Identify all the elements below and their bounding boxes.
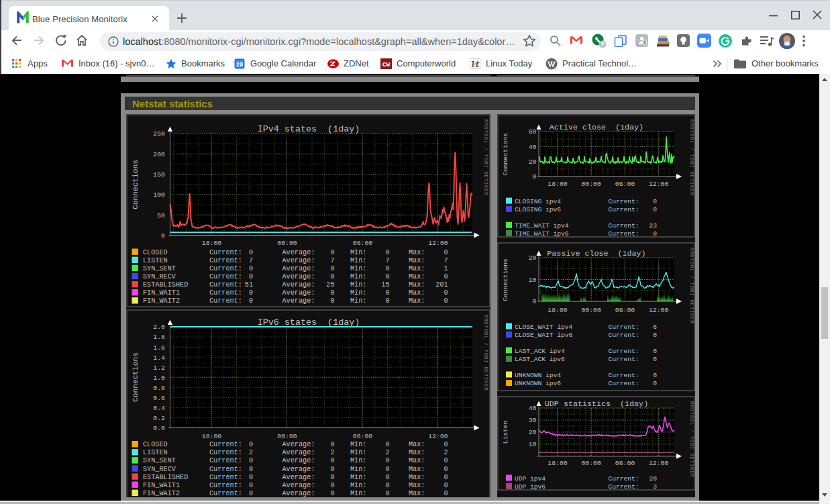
svg-text:12:00: 12:00 xyxy=(428,240,448,247)
svg-text:Current:: Current: xyxy=(209,482,242,489)
svg-text:23: 23 xyxy=(649,222,657,230)
svg-text:0.6: 0.6 xyxy=(153,395,165,402)
svg-text:CW: CW xyxy=(382,61,391,68)
svg-text:ESTABLISHED: ESTABLISHED xyxy=(143,474,188,481)
svg-text:00:00: 00:00 xyxy=(581,307,601,314)
svg-text:0: 0 xyxy=(653,198,657,205)
svg-text:Min:: Min: xyxy=(350,257,366,264)
svg-text:06:00: 06:00 xyxy=(353,240,373,247)
svg-text:0: 0 xyxy=(653,380,657,387)
svg-text:0: 0 xyxy=(385,474,389,481)
svg-text:12:00: 12:00 xyxy=(649,181,669,188)
svg-text:FIN_WAIT1: FIN_WAIT1 xyxy=(143,289,180,297)
svg-text:UDP ipv6: UDP ipv6 xyxy=(515,483,546,491)
svg-text:0.4: 0.4 xyxy=(153,405,165,412)
svg-text:0: 0 xyxy=(444,297,448,305)
svg-text:Connections: Connections xyxy=(132,160,140,209)
svg-text:Min:: Min: xyxy=(350,441,366,448)
svg-text:Current:: Current: xyxy=(209,257,242,264)
svg-text:FIN_WAIT2: FIN_WAIT2 xyxy=(143,490,180,497)
svg-text:Current:: Current: xyxy=(608,380,639,387)
svg-text:12:00: 12:00 xyxy=(428,433,448,440)
svg-text:20: 20 xyxy=(529,254,537,262)
svg-text:LAST_ACK ipv4: LAST_ACK ipv4 xyxy=(515,348,565,355)
svg-text:SYN_RECV: SYN_RECV xyxy=(143,466,176,473)
svg-text:Max:: Max: xyxy=(409,441,425,448)
svg-text:40: 40 xyxy=(529,405,537,412)
svg-text:0: 0 xyxy=(330,474,334,481)
svg-text:40: 40 xyxy=(529,144,537,151)
svg-text:Average:: Average: xyxy=(282,449,315,456)
svg-text:CLOSING ipv4: CLOSING ipv4 xyxy=(515,198,561,205)
svg-text:1.0: 1.0 xyxy=(153,374,165,382)
svg-text:SYN_SENT: SYN_SENT xyxy=(143,265,176,272)
svg-text:0: 0 xyxy=(330,249,334,256)
svg-text:Current:: Current: xyxy=(608,323,639,331)
svg-text:LISTEN: LISTEN xyxy=(143,257,168,264)
svg-text:Max:: Max: xyxy=(409,474,425,481)
svg-text:15: 15 xyxy=(381,281,389,289)
svg-text:Current:: Current: xyxy=(608,356,639,363)
svg-text:Current:: Current: xyxy=(209,297,242,305)
svg-text:1.4: 1.4 xyxy=(153,354,165,362)
svg-text:0: 0 xyxy=(385,273,389,281)
svg-text:0: 0 xyxy=(330,273,334,281)
svg-text:Min:: Min: xyxy=(350,466,366,473)
svg-text:18:00: 18:00 xyxy=(202,240,222,247)
svg-text:Current:: Current: xyxy=(608,206,639,213)
svg-text:0.2: 0.2 xyxy=(153,415,165,422)
svg-text:51: 51 xyxy=(245,281,253,289)
svg-text:0: 0 xyxy=(330,297,334,305)
svg-text:LISTEN: LISTEN xyxy=(143,449,168,456)
svg-text:0: 0 xyxy=(533,173,537,181)
svg-text:10: 10 xyxy=(529,441,537,448)
svg-text:RRDTOOL / TOBI OETIKER: RRDTOOL / TOBI OETIKER xyxy=(689,248,694,323)
svg-text:Max:: Max: xyxy=(409,297,425,305)
svg-text:0: 0 xyxy=(444,273,448,281)
svg-text:2.0: 2.0 xyxy=(153,323,165,331)
svg-text:SYN_RECV: SYN_RECV xyxy=(143,273,176,281)
svg-text:3: 3 xyxy=(653,483,657,491)
svg-text:Max:: Max: xyxy=(409,482,425,489)
svg-text:Average:: Average: xyxy=(282,257,315,264)
svg-text:250: 250 xyxy=(153,130,165,138)
svg-text:CLOSE_WAIT ipv4: CLOSE_WAIT ipv4 xyxy=(515,323,573,331)
svg-text:Current:: Current: xyxy=(209,490,242,497)
svg-text:Connections: Connections xyxy=(502,133,509,175)
svg-text:0: 0 xyxy=(385,265,389,272)
svg-text:UNKNOWN ipv4: UNKNOWN ipv4 xyxy=(515,372,561,379)
svg-text:1.6: 1.6 xyxy=(153,344,165,352)
svg-text:UDP statistics (1day): UDP statistics (1day) xyxy=(545,399,648,409)
svg-text:06:00: 06:00 xyxy=(353,433,373,440)
svg-text:0: 0 xyxy=(653,372,657,379)
svg-text:Min:: Min: xyxy=(350,482,366,489)
svg-text:Current:: Current: xyxy=(608,475,639,483)
svg-text:Min:: Min: xyxy=(350,249,366,256)
svg-text:1: 1 xyxy=(444,265,448,272)
svg-text:Min:: Min: xyxy=(350,281,366,289)
svg-text:18:00: 18:00 xyxy=(548,307,568,314)
svg-text:28: 28 xyxy=(236,62,243,68)
svg-text:SYN_SENT: SYN_SENT xyxy=(143,457,176,464)
svg-text:0: 0 xyxy=(653,356,657,363)
svg-text:Current:: Current: xyxy=(209,249,242,256)
svg-text:20: 20 xyxy=(529,429,537,436)
svg-text:Min:: Min: xyxy=(350,449,366,456)
svg-text:06:00: 06:00 xyxy=(615,460,635,467)
svg-text:150: 150 xyxy=(153,171,165,179)
svg-text:20: 20 xyxy=(649,475,657,483)
svg-text:Average:: Average: xyxy=(282,474,315,481)
svg-text:0.8: 0.8 xyxy=(153,385,165,392)
svg-text:0: 0 xyxy=(444,466,448,473)
svg-text:0: 0 xyxy=(385,249,389,256)
svg-text:TIME_WAIT ipv6: TIME_WAIT ipv6 xyxy=(515,230,569,238)
svg-text:FIN_WAIT2: FIN_WAIT2 xyxy=(143,297,180,305)
svg-text:0.0: 0.0 xyxy=(153,425,165,432)
svg-text:50: 50 xyxy=(157,212,165,219)
svg-text:0: 0 xyxy=(385,482,389,489)
svg-text:Max:: Max: xyxy=(409,265,425,272)
svg-text:Max:: Max: xyxy=(409,249,425,256)
svg-text:7: 7 xyxy=(330,257,334,264)
svg-text:Min:: Min: xyxy=(350,289,366,297)
svg-text:Min:: Min: xyxy=(350,273,366,281)
